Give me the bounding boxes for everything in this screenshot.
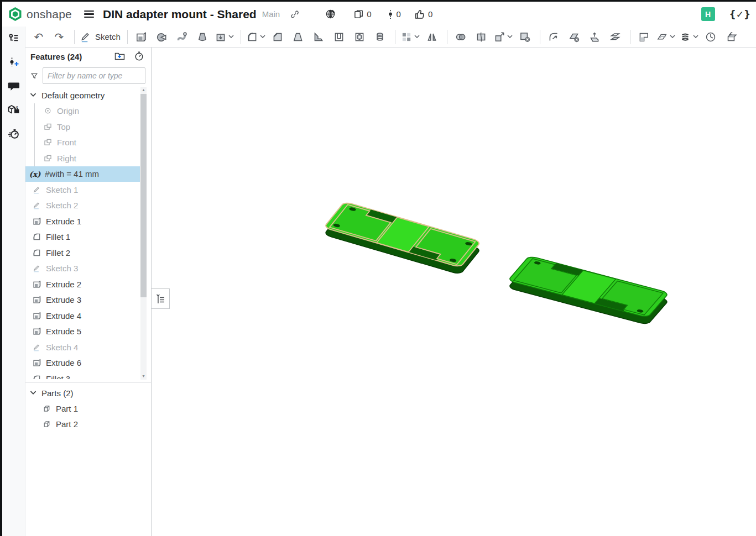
draft-icon: [292, 31, 304, 43]
tree-item-extrude-1[interactable]: Extrude 1: [25, 213, 140, 229]
tree-item-origin[interactable]: Origin: [25, 103, 140, 119]
chevron-down-icon[interactable]: [507, 35, 513, 39]
transform-button[interactable]: [492, 29, 514, 45]
linear-pattern-button[interactable]: [399, 29, 421, 45]
scrollbar-thumb[interactable]: [140, 94, 147, 297]
tree-item-extrude-6[interactable]: Extrude 6: [25, 355, 140, 371]
part-2-model[interactable]: [508, 256, 669, 325]
tree-item-default-geometry[interactable]: Default geometry: [25, 87, 140, 103]
public-document-button[interactable]: [324, 8, 337, 20]
release-button[interactable]: ?: [6, 102, 22, 117]
scroll-up-arrow[interactable]: ▴: [140, 87, 147, 93]
tree-item-with-41-mm[interactable]: (x)#with = 41 mm: [25, 166, 140, 182]
helix-button[interactable]: [678, 29, 700, 45]
split-button[interactable]: [472, 29, 491, 45]
import-icon: [725, 31, 737, 43]
move-face-button[interactable]: [585, 29, 604, 45]
tree-item-extrude-5[interactable]: Extrude 5: [25, 324, 140, 340]
fillet-button[interactable]: [245, 29, 267, 45]
tree-item-fillet-3[interactable]: Fillet 3: [25, 371, 140, 379]
part-1-model[interactable]: [324, 202, 481, 275]
hole-button[interactable]: [350, 29, 369, 45]
undo-button[interactable]: ↶: [29, 29, 48, 45]
tree-item-extrude-4[interactable]: Extrude 4: [25, 308, 140, 324]
boolean-button[interactable]: [451, 29, 470, 45]
logo-wordmark: onshape: [27, 8, 72, 21]
user-avatar[interactable]: H: [701, 7, 715, 21]
tree-item-right[interactable]: Right: [25, 150, 140, 166]
chevron-down-icon[interactable]: [693, 35, 698, 39]
part-item-part-1[interactable]: Part 1: [25, 401, 151, 416]
parts-group-header[interactable]: Parts (2): [25, 385, 151, 401]
likes-counter[interactable]: 0: [413, 8, 434, 21]
tree-item-top[interactable]: Top: [25, 119, 140, 135]
feature-tree-scrollbar[interactable]: ▴ ▾: [140, 87, 147, 380]
tree-item-label: Extrude 1: [46, 217, 81, 226]
revolve-button[interactable]: [152, 29, 171, 45]
create-version-button[interactable]: [7, 55, 20, 71]
performance-button[interactable]: [6, 126, 22, 141]
draft-button[interactable]: [289, 29, 307, 45]
feature-list-toggle[interactable]: [151, 288, 170, 309]
workspace-label[interactable]: Main: [262, 9, 280, 19]
viewport-3d[interactable]: [152, 47, 756, 536]
chevron-down-icon[interactable]: [414, 35, 420, 39]
featurescript-icon[interactable]: {✓}: [729, 9, 750, 20]
extrude-icon: [32, 216, 41, 226]
share-link-button[interactable]: [289, 8, 301, 20]
part-icon: [41, 403, 51, 413]
surface-button[interactable]: [655, 29, 676, 45]
filter-funnel-icon: [30, 71, 38, 81]
toolbar-separator: [630, 30, 630, 44]
new-folder-button[interactable]: [113, 49, 127, 65]
tree-item-sketch-1[interactable]: Sketch 1: [25, 182, 140, 198]
chevron-down-icon[interactable]: [30, 391, 38, 395]
chevron-down-icon[interactable]: [260, 35, 265, 39]
feature-filter-input[interactable]: [43, 67, 145, 84]
onshape-logo-icon: [8, 7, 23, 22]
delete-part-button[interactable]: [515, 29, 534, 45]
comments-button[interactable]: [6, 80, 22, 93]
rollback-history-button[interactable]: [132, 49, 145, 64]
tree-item-front[interactable]: Front: [25, 135, 140, 151]
sweep-button[interactable]: [173, 29, 191, 45]
tree-item-sketch-4[interactable]: Sketch 4: [25, 339, 140, 355]
plane-button[interactable]: [634, 29, 653, 45]
thicken-button[interactable]: [213, 29, 235, 45]
tree-item-fillet-1[interactable]: Fillet 1: [25, 229, 140, 245]
chamfer-button[interactable]: [268, 29, 287, 45]
extrude-button[interactable]: [132, 29, 150, 45]
tree-item-extrude-3[interactable]: Extrude 3: [25, 292, 140, 308]
rib-button[interactable]: [309, 29, 328, 45]
part-icon: [41, 419, 51, 429]
chevron-down-icon[interactable]: [30, 93, 38, 97]
main-menu-button[interactable]: [82, 8, 96, 20]
tree-item-fillet-2[interactable]: Fillet 2: [25, 245, 140, 261]
offset-surface-button[interactable]: [606, 29, 624, 45]
part-item-part-2[interactable]: Part 2: [25, 416, 151, 432]
tree-item-sketch-3[interactable]: Sketch 3: [25, 261, 140, 277]
toolbar-separator: [540, 30, 540, 44]
branches-counter[interactable]: 0: [386, 8, 402, 21]
redo-button[interactable]: ↷: [50, 29, 69, 45]
tree-item-sketch-2[interactable]: Sketch 2: [25, 198, 140, 214]
copies-counter[interactable]: 0: [352, 8, 372, 20]
mirror-button[interactable]: [423, 29, 441, 45]
thread-button[interactable]: [371, 29, 389, 45]
shell-button[interactable]: [330, 29, 348, 45]
clock-button[interactable]: [701, 29, 720, 45]
sketch-button[interactable]: Sketch: [79, 29, 122, 45]
chevron-down-icon[interactable]: [228, 35, 234, 39]
scroll-down-arrow[interactable]: ▾: [140, 373, 147, 380]
modify-fillet-button[interactable]: [544, 29, 563, 45]
part-item-label: Part 1: [56, 404, 78, 413]
loft-button[interactable]: [193, 29, 212, 45]
history-button[interactable]: [6, 31, 21, 46]
thumbs-up-icon: [414, 9, 425, 20]
tree-item-label: Right: [57, 154, 76, 163]
tree-item-extrude-2[interactable]: Extrude 2: [25, 276, 140, 292]
delete-face-button[interactable]: [565, 29, 583, 45]
onshape-logo[interactable]: onshape: [8, 7, 72, 22]
import-button[interactable]: [722, 29, 741, 45]
chevron-down-icon[interactable]: [670, 35, 675, 39]
